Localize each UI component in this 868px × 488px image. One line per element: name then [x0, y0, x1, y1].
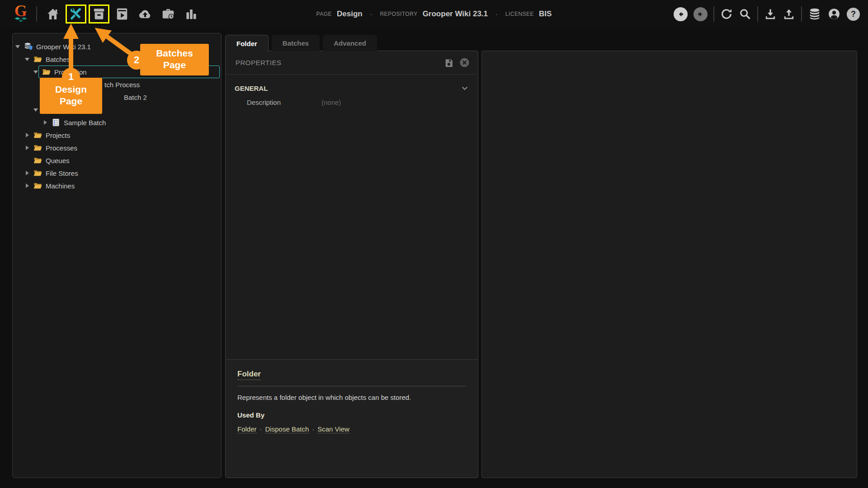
tree-item-label: Production	[54, 68, 87, 76]
expander-icon[interactable]	[24, 133, 30, 137]
app-header: G	[0, 0, 868, 28]
properties-empty-area	[226, 109, 478, 359]
property-row-description: Description (none)	[226, 95, 478, 109]
expander-icon[interactable]	[24, 183, 30, 188]
tree-item-label: Projects	[46, 131, 70, 139]
batches-icon[interactable]	[89, 5, 109, 23]
header-dot: ·	[368, 10, 375, 18]
tree-item-label: Processes	[46, 144, 77, 152]
tree-item-label: File Stores	[46, 169, 78, 177]
used-by-links: Folder·Dispose Batch·Scan View	[237, 425, 466, 433]
link-separator: ·	[309, 425, 317, 433]
tree-item-label: tch Process	[104, 81, 140, 89]
expander-icon[interactable]	[33, 108, 39, 112]
tree-item-batch-2[interactable]: Batch 2	[13, 91, 221, 103]
imports-icon[interactable]	[135, 5, 156, 23]
close-icon[interactable]	[459, 57, 470, 68]
upload-icon[interactable]	[783, 8, 795, 20]
tab-folder[interactable]: Folder	[225, 35, 269, 52]
forward-icon[interactable]	[693, 7, 708, 21]
licensee-label: LICENSEE	[505, 11, 534, 17]
help-icon[interactable]: ?	[847, 8, 860, 21]
section-general[interactable]: GENERAL	[226, 81, 478, 95]
jobs-icon[interactable]	[158, 5, 179, 23]
header-divider	[36, 6, 37, 22]
expander-icon[interactable]	[24, 145, 30, 150]
tree-item-production[interactable]: Production	[13, 66, 221, 78]
tree-item-file-stores[interactable]: File Stores	[13, 167, 221, 179]
folder-icon	[33, 55, 42, 64]
batch-icon	[51, 118, 61, 127]
expander-icon[interactable]	[14, 45, 21, 48]
expander-icon[interactable]	[24, 58, 30, 61]
node-tree-panel: Grooper Wiki 23.1 Batches Production tch…	[12, 33, 222, 478]
folder-icon	[33, 143, 42, 152]
tree-item-label: Queues	[46, 157, 70, 164]
folder-icon	[42, 67, 51, 76]
tree-item-queues[interactable]: Queues	[13, 154, 221, 167]
tree-item-label: Machines	[46, 182, 75, 190]
help-title-link[interactable]: Folder	[237, 370, 261, 380]
used-by-link-scan-view[interactable]: Scan View	[317, 425, 349, 433]
folder-icon	[33, 181, 42, 190]
review-icon[interactable]	[112, 5, 132, 23]
home-icon[interactable]	[42, 5, 63, 23]
expander-icon[interactable]	[24, 171, 30, 175]
user-icon[interactable]	[827, 7, 841, 21]
grooper-logo-letter: G	[14, 3, 27, 19]
help-description: Represents a folder object in which obje…	[237, 394, 466, 401]
link-separator: ·	[257, 425, 265, 433]
grooper-logo: G	[11, 3, 31, 22]
tree-item-batch-process[interactable]: tch Process	[13, 78, 221, 91]
search-icon[interactable]	[739, 8, 751, 20]
folder-icon	[33, 131, 42, 140]
properties-title: PROPERTIES	[236, 59, 439, 66]
download-icon[interactable]	[764, 8, 777, 20]
property-label: Description	[247, 99, 321, 106]
refresh-icon[interactable]	[720, 8, 733, 20]
header-divider	[757, 6, 758, 22]
header-breadcrumb: PAGE Design · REPOSITORY Grooper Wiki 23…	[316, 0, 552, 28]
tree-item-batches[interactable]: Batches	[13, 53, 221, 66]
tree-item-processes[interactable]: Processes	[13, 141, 221, 154]
repository-value: Grooper Wiki 23.1	[423, 9, 488, 19]
tab-advanced[interactable]: Advanced	[323, 35, 377, 51]
help-divider	[237, 386, 466, 386]
save-icon[interactable]	[443, 57, 454, 68]
tree-item-label: Batches	[46, 56, 70, 63]
expander-icon[interactable]	[42, 120, 48, 125]
used-by-heading: Used By	[237, 411, 466, 419]
header-divider	[713, 6, 714, 22]
section-general-title: GENERAL	[235, 84, 461, 92]
properties-panel: PROPERTIES GENERAL Description (none) Fo…	[225, 51, 478, 478]
tree-item-grooper-wiki[interactable]: Grooper Wiki 23.1	[13, 40, 221, 53]
type-help-panel: Folder Represents a folder object in whi…	[226, 359, 478, 478]
expander-icon[interactable]	[33, 70, 39, 74]
page-toolbar	[42, 5, 202, 23]
tab-batches[interactable]: Batches	[272, 35, 320, 51]
licensee-value: BIS	[539, 9, 552, 19]
tree-item-sample-batch[interactable]: Sample Batch	[13, 116, 221, 129]
header-divider	[801, 6, 802, 22]
tree-item-label: Sample Batch	[64, 119, 106, 127]
tree-item-projects[interactable]: Projects	[13, 129, 221, 141]
detail-tab-bar: Folder Batches Advanced	[225, 35, 377, 52]
used-by-link-folder[interactable]: Folder	[237, 425, 257, 433]
tree-item-machines[interactable]: Machines	[13, 179, 221, 192]
stats-icon[interactable]	[181, 5, 202, 23]
chevron-down-icon[interactable]	[461, 84, 469, 92]
folder-icon	[33, 156, 42, 165]
back-icon[interactable]	[674, 7, 688, 21]
tree-item-hidden-folder[interactable]	[13, 103, 221, 116]
design-icon[interactable]	[66, 5, 86, 23]
content-panel-empty	[481, 51, 857, 478]
page-value: Design	[337, 9, 363, 19]
properties-header: PROPERTIES	[226, 51, 478, 75]
database-icon[interactable]	[808, 7, 821, 21]
node-tree: Grooper Wiki 23.1 Batches Production tch…	[13, 33, 221, 192]
page-label: PAGE	[316, 11, 332, 17]
tree-item-label: Batch 2	[124, 94, 147, 101]
used-by-link-dispose-batch[interactable]: Dispose Batch	[265, 425, 309, 433]
repository-label: REPOSITORY	[380, 11, 417, 17]
property-value-description[interactable]: (none)	[321, 99, 341, 106]
